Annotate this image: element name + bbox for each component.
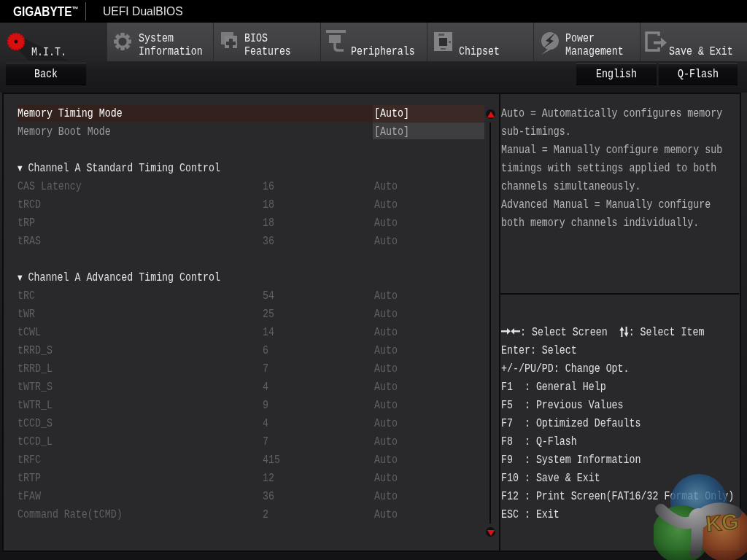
svg-text:KG: KG [705,509,740,536]
